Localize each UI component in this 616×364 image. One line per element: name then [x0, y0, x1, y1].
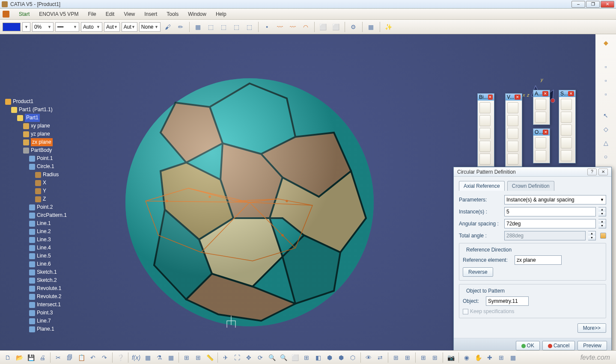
tree-z[interactable]: Z [43, 195, 46, 203]
menu-edit[interactable]: Edit [104, 10, 116, 18]
tool-icon[interactable] [535, 150, 546, 161]
zoom-in-icon[interactable]: 🔍 [267, 352, 277, 363]
tree-circle1[interactable]: Circle.1 [37, 163, 54, 171]
object-input[interactable]: Symmetry.11 [486, 296, 529, 306]
menu-enovia[interactable]: ENOVIA V5 VPM [37, 10, 80, 18]
dialog-close-icon[interactable]: ✕ [598, 169, 608, 175]
maximize-button[interactable]: ❐ [586, 1, 600, 8]
tool-icon[interactable] [561, 112, 572, 123]
paste-icon[interactable]: 📋 [76, 352, 86, 363]
palette-s[interactable]: S...✕ [559, 90, 576, 163]
tool-icon[interactable]: ▫ [600, 61, 612, 73]
tool-icon[interactable] [507, 154, 518, 165]
shading-edges-icon[interactable]: ⬢ [336, 352, 346, 363]
tool-e-icon[interactable]: ⬚ [244, 21, 255, 33]
tree-zxplane[interactable]: zx plane [31, 138, 53, 146]
tool-icon[interactable] [561, 137, 572, 148]
zoom-out-icon[interactable]: 🔍 [278, 352, 289, 363]
tree-line4[interactable]: Line.4 [37, 244, 51, 252]
tool-icon[interactable]: ▫ [600, 74, 612, 86]
angular-spacing-spinner[interactable]: ▲▼ [598, 219, 606, 228]
menu-view[interactable]: View [122, 10, 137, 18]
layer-combo[interactable]: None▼ [139, 22, 161, 32]
swap-icon[interactable]: ⇄ [375, 352, 385, 363]
curve2-icon[interactable]: 〰 [287, 21, 298, 33]
whatsthis-icon[interactable]: ❔ [115, 352, 125, 363]
tree-point2[interactable]: Point.2 [37, 203, 53, 211]
grid-icon[interactable]: ▦ [508, 352, 518, 363]
paint-icon[interactable]: 🖌 [162, 21, 173, 33]
angular-spacing-input[interactable]: 72deg [504, 219, 596, 228]
more-button[interactable]: More>> [577, 323, 606, 333]
tree-x[interactable]: X [43, 179, 46, 187]
tool-icon[interactable] [479, 115, 491, 126]
tool-icon[interactable]: ⊞ [496, 352, 506, 363]
formula-icon[interactable] [600, 233, 606, 239]
tool-icon[interactable]: ◇ [600, 123, 612, 135]
close-icon[interactable]: ✕ [515, 95, 521, 100]
redo-icon[interactable]: ↷ [99, 352, 110, 363]
tool-b-icon[interactable]: ⬚ [205, 21, 217, 33]
wireframe-icon[interactable]: ⬡ [348, 352, 358, 363]
shading-icon[interactable]: ⬢ [324, 352, 335, 363]
tree-line1[interactable]: Line.1 [37, 219, 51, 228]
tool-icon[interactable]: ◉ [461, 352, 472, 363]
tool-icon[interactable] [561, 99, 572, 110]
wand-icon[interactable]: ✨ [383, 21, 394, 33]
dialog-titlebar[interactable]: Circular Pattern Definition ? ✕ [454, 167, 611, 177]
tree-xyplane[interactable]: xy plane [31, 122, 50, 130]
tool-icon[interactable]: ⊞ [182, 352, 192, 363]
ok-button[interactable]: OK [516, 341, 540, 350]
tool-icon[interactable]: ▦ [166, 352, 176, 363]
close-icon[interactable]: ✕ [542, 91, 548, 96]
tool-icon[interactable] [535, 137, 546, 148]
tool-icon[interactable] [507, 115, 518, 126]
reference-element-input[interactable]: zx plane [515, 255, 562, 265]
tree-line2[interactable]: Line.2 [37, 228, 51, 236]
palette-a[interactable]: A...✕ [533, 90, 550, 125]
cancel-button[interactable]: Cancel [542, 341, 575, 350]
help-icon[interactable]: ? [587, 169, 597, 175]
tree-point3[interactable]: Point.3 [37, 309, 53, 317]
isometric-icon[interactable]: ◧ [313, 352, 323, 363]
tree-line6[interactable]: Line.6 [37, 260, 51, 268]
tool-icon[interactable] [535, 99, 546, 110]
tree-line7[interactable]: Line.7 [37, 317, 51, 325]
assembly-icon[interactable]: ⚙ [348, 21, 359, 33]
point-style-combo[interactable]: Aut▼ [104, 22, 120, 32]
normal-view-icon[interactable]: ⬜ [290, 352, 300, 363]
copy-icon[interactable]: 🗐 [65, 352, 75, 363]
new-icon[interactable]: 🗋 [3, 352, 13, 363]
tool-icon[interactable]: ⊞ [391, 352, 401, 363]
tool-icon[interactable] [507, 102, 518, 113]
tool-icon[interactable]: ⊞ [402, 352, 413, 363]
tool-icon[interactable] [535, 112, 546, 123]
tree-revolute1[interactable]: Revolute.1 [37, 284, 61, 293]
tree-y[interactable]: Y [43, 187, 46, 195]
tree-part1b[interactable]: Part1 [25, 114, 40, 122]
tool-d-icon[interactable]: ⬚ [231, 21, 242, 33]
design-table-icon[interactable]: ▦ [143, 352, 153, 363]
tab-axial-reference[interactable]: Axial Reference [459, 181, 505, 191]
menu-window[interactable]: Window [186, 10, 208, 18]
open-icon[interactable]: 📂 [14, 352, 24, 363]
tool-icon[interactable] [507, 128, 518, 139]
instances-spinner[interactable]: ▲▼ [598, 207, 606, 216]
tool-icon[interactable] [507, 141, 518, 152]
tool-icon[interactable]: ▫ [600, 88, 612, 100]
specification-tree[interactable]: Product1 Part1 (Part1.1) Part1 xy plane … [5, 98, 67, 333]
tool-icon[interactable] [479, 102, 491, 113]
color-dropdown-arrow[interactable]: ▼ [22, 22, 30, 32]
tool-icon[interactable]: ✚ [485, 352, 495, 363]
menu-file[interactable]: File [86, 10, 98, 18]
tree-point1[interactable]: Point.1 [37, 154, 53, 163]
tool-icon[interactable] [561, 124, 572, 136]
knowledge-icon[interactable]: ⚗ [154, 352, 164, 363]
box-icon[interactable]: ⬜ [318, 21, 329, 33]
camera-icon[interactable]: 📷 [446, 352, 456, 363]
tool-icon[interactable]: ○ [600, 151, 612, 163]
fly-icon[interactable]: ✈ [220, 352, 231, 363]
box2-icon[interactable]: ⬜ [330, 21, 342, 33]
line-style-combo[interactable]: ━━▼ [55, 22, 79, 32]
tool-icon[interactable]: ⊞ [430, 352, 440, 363]
